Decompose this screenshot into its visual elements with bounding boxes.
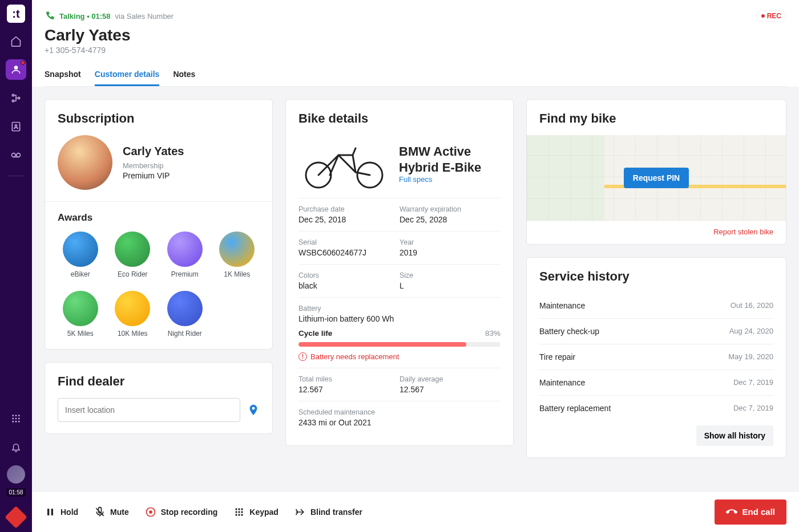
- membership-value: Premium VIP: [123, 171, 184, 180]
- history-row[interactable]: Battery replacementDec 7, 2019: [539, 395, 773, 421]
- membership-label: Membership: [123, 161, 184, 170]
- purchase-date-label: Purchase date: [298, 205, 400, 213]
- size-label: Size: [400, 271, 501, 279]
- apps-icon[interactable]: [6, 408, 26, 429]
- contacts-icon[interactable]: [6, 116, 26, 137]
- request-pin-button[interactable]: Request PIN: [624, 168, 689, 188]
- sidebar-nav: :t 01:58: [0, 0, 32, 532]
- call-status-text: Talking • 01:58: [59, 12, 111, 21]
- phone-icon: [45, 11, 55, 21]
- year: 2019: [400, 248, 501, 257]
- tab-notes[interactable]: Notes: [173, 64, 195, 86]
- svg-point-1: [12, 94, 14, 96]
- svg-point-13: [18, 418, 20, 420]
- warranty-label: Warranty expiration: [400, 205, 501, 213]
- size: L: [400, 281, 501, 290]
- svg-point-16: [18, 421, 20, 423]
- hangup-diamond[interactable]: [5, 506, 27, 529]
- rec-badge: REC: [756, 10, 786, 22]
- hold-button[interactable]: Hold: [45, 506, 78, 518]
- find-dealer-title: Find dealer: [58, 374, 260, 389]
- svg-point-7: [17, 153, 21, 157]
- show-all-history-button[interactable]: Show all history: [696, 425, 773, 446]
- svg-point-31: [239, 514, 240, 515]
- dealer-location-input[interactable]: [58, 398, 240, 422]
- svg-point-10: [18, 415, 20, 416]
- tab-customer-details[interactable]: Customer details: [95, 64, 160, 86]
- svg-point-12: [15, 418, 17, 420]
- find-bike-title: Find my bike: [539, 111, 773, 126]
- svg-point-28: [239, 511, 240, 513]
- award-badge: Night Rider: [162, 291, 208, 338]
- sched: 2433 mi or Out 2021: [298, 418, 501, 427]
- history-row[interactable]: Tire repairMay 19, 2020: [539, 344, 773, 369]
- svg-point-3: [18, 97, 19, 99]
- svg-rect-23: [149, 510, 152, 513]
- home-icon[interactable]: [6, 31, 26, 51]
- award-badge: Premium: [162, 232, 208, 278]
- svg-point-6: [12, 153, 16, 157]
- call-via: via Sales Number: [115, 12, 174, 21]
- mute-button[interactable]: Mute: [94, 506, 129, 518]
- find-dealer-card: Find dealer: [45, 362, 273, 434]
- call-bar: Hold Mute Stop recording Keypad Blind tr…: [32, 491, 799, 532]
- bike-model: BMW Active Hybrid E-Bike: [399, 144, 501, 175]
- svg-point-25: [239, 508, 240, 510]
- purchase-date: Dec 25, 2018: [298, 215, 400, 224]
- svg-rect-20: [51, 509, 53, 515]
- total-miles-label: Total miles: [298, 375, 400, 383]
- award-badge: 1K Miles: [215, 232, 260, 278]
- service-history-title: Service history: [539, 269, 773, 284]
- award-badge: eBiker: [58, 232, 103, 278]
- svg-point-15: [15, 421, 17, 423]
- app-logo[interactable]: :t: [7, 5, 25, 23]
- subscription-card: Subscription Carly Yates Membership Prem…: [45, 99, 273, 350]
- battery-warning: ! Battery needs replacement: [298, 352, 501, 361]
- cycle-progress: [298, 342, 501, 347]
- full-specs-link[interactable]: Full specs: [399, 175, 501, 184]
- report-stolen-link[interactable]: Report stolen bike: [539, 228, 773, 236]
- bike-details-card: Bike details BMW Active Hybrid E-Bike Fu…: [285, 99, 514, 446]
- svg-point-24: [236, 508, 237, 510]
- flow-icon[interactable]: [6, 88, 26, 108]
- colors: black: [298, 281, 400, 290]
- divider: [8, 176, 24, 176]
- agent-icon[interactable]: [6, 59, 26, 80]
- stop-recording-button[interactable]: Stop recording: [145, 506, 218, 518]
- cycle-label: Cycle life: [298, 329, 332, 338]
- serial: WSBC606024677J: [298, 248, 400, 257]
- find-bike-card: Find my bike Request PIN Report stolen b…: [526, 99, 786, 245]
- topbar: Talking • 01:58 via Sales Number REC Car…: [32, 0, 799, 87]
- svg-point-32: [241, 514, 243, 515]
- user-avatar[interactable]: [7, 465, 25, 484]
- award-badge: Eco Rider: [110, 232, 156, 278]
- history-row[interactable]: MaintenanceOut 16, 2020: [539, 293, 773, 318]
- blind-transfer-button[interactable]: Blind transfer: [294, 506, 362, 518]
- bike-details-title: Bike details: [298, 111, 501, 126]
- service-history-card: Service history MaintenanceOut 16, 2020B…: [526, 257, 786, 458]
- svg-point-14: [12, 421, 14, 423]
- end-call-button[interactable]: End call: [715, 499, 786, 525]
- sidebar-timer: 01:58: [6, 488, 25, 497]
- awards-title: Awards: [58, 212, 260, 224]
- tab-snapshot[interactable]: Snapshot: [45, 64, 81, 86]
- bike-image: [298, 135, 390, 192]
- subscription-title: Subscription: [58, 111, 260, 126]
- award-badge: 5K Miles: [58, 291, 103, 338]
- contact-name: Carly Yates: [45, 26, 786, 44]
- svg-point-27: [236, 511, 237, 513]
- history-row[interactable]: MaintenanceDec 7, 2019: [539, 369, 773, 395]
- subscription-name: Carly Yates: [123, 145, 184, 158]
- voicemail-icon[interactable]: [6, 145, 26, 165]
- svg-point-26: [241, 508, 243, 510]
- bike-map[interactable]: Request PIN: [527, 135, 786, 221]
- cycle-pct: 83%: [485, 329, 501, 338]
- keypad-button[interactable]: Keypad: [233, 506, 279, 518]
- awards-grid: eBikerEco RiderPremium1K Miles5K Miles10…: [58, 232, 260, 338]
- svg-point-30: [236, 514, 237, 515]
- history-row[interactable]: Battery check-upAug 24, 2020: [539, 318, 773, 344]
- bell-icon[interactable]: [6, 437, 26, 457]
- svg-point-0: [14, 66, 18, 70]
- award-badge: 10K Miles: [110, 291, 156, 338]
- location-pin-icon[interactable]: [247, 404, 260, 416]
